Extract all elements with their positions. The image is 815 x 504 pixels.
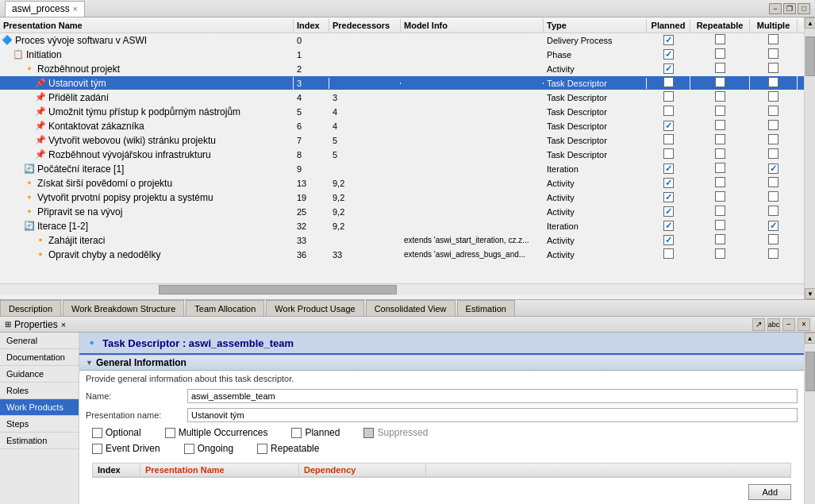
table-cell-checkbox[interactable] (768, 77, 778, 87)
cell-multiple[interactable] (750, 105, 798, 118)
table-cell-checkbox[interactable] (715, 91, 725, 102)
cell-repeatable[interactable] (690, 205, 750, 218)
prop-nav-guidance[interactable]: Guidance (0, 366, 79, 383)
prop-nav-steps[interactable]: Steps (0, 416, 79, 433)
table-cell-checkbox[interactable] (715, 34, 725, 44)
scroll-track[interactable] (805, 29, 815, 288)
table-cell-checkbox[interactable] (663, 235, 674, 245)
table-row[interactable]: 🔸 Zahájit iteraci 33 extends 'aswi_start… (0, 233, 804, 248)
cell-planned[interactable] (647, 248, 690, 261)
cell-repeatable[interactable] (690, 48, 750, 61)
table-cell-checkbox[interactable] (715, 48, 725, 59)
suppressed-checkbox[interactable] (363, 428, 374, 438)
table-cell-checkbox[interactable] (663, 148, 674, 159)
cell-planned[interactable] (647, 48, 690, 60)
table-cell-checkbox[interactable] (663, 134, 674, 144)
add-button[interactable]: Add (748, 484, 791, 500)
cell-repeatable[interactable] (690, 248, 750, 261)
cell-repeatable[interactable] (690, 219, 750, 233)
cell-planned[interactable] (647, 206, 690, 217)
table-cell-checkbox[interactable] (663, 206, 674, 217)
scroll-up-arrow[interactable]: ▲ (805, 17, 815, 29)
table-row[interactable]: 📋 Initiation 1 Phase (0, 48, 804, 62)
table-cell-checkbox[interactable] (663, 91, 674, 102)
cell-multiple[interactable] (750, 148, 798, 161)
table-row[interactable]: 📌 Přidělit zadání 4 3 Task Descriptor (0, 90, 804, 105)
table-cell-checkbox[interactable] (768, 248, 778, 259)
cell-planned[interactable] (647, 148, 690, 161)
cell-planned[interactable] (647, 220, 690, 232)
table-cell-checkbox[interactable] (768, 221, 778, 231)
table-cell-checkbox[interactable] (715, 206, 725, 216)
prop-nav-general[interactable]: General (0, 333, 79, 349)
table-cell-checkbox[interactable] (715, 191, 725, 202)
table-cell-checkbox[interactable] (768, 148, 778, 159)
table-cell-checkbox[interactable] (715, 63, 725, 73)
table-body[interactable]: 🔷 Proces vývoje softwaru v ASWI 0 Delive… (0, 33, 804, 283)
cell-planned[interactable] (647, 76, 690, 90)
cell-planned[interactable] (647, 90, 690, 104)
table-row[interactable]: 🔸 Opravit chyby a nedodělky 36 33 extend… (0, 248, 804, 262)
table-cell-checkbox[interactable] (715, 220, 725, 230)
cell-repeatable[interactable] (690, 62, 750, 75)
editor-tab[interactable]: aswi_process × (5, 1, 85, 17)
table-cell-checkbox[interactable] (768, 120, 778, 130)
cell-planned[interactable] (647, 133, 690, 147)
cell-multiple[interactable] (750, 90, 798, 104)
table-cell-checkbox[interactable] (715, 134, 725, 144)
cell-repeatable[interactable] (690, 105, 750, 118)
cell-planned[interactable] (647, 163, 690, 175)
cell-multiple[interactable] (750, 33, 798, 47)
tab-team-allocation[interactable]: Team Allocation (186, 300, 264, 316)
cell-repeatable[interactable] (690, 133, 750, 147)
cell-multiple[interactable] (750, 190, 798, 204)
table-cell-checkbox[interactable] (768, 234, 778, 244)
cell-repeatable[interactable] (690, 190, 750, 204)
h-scroll-thumb[interactable] (159, 285, 397, 294)
cell-planned[interactable] (647, 191, 690, 203)
cell-repeatable[interactable] (690, 90, 750, 104)
table-cell-checkbox[interactable] (768, 48, 778, 59)
table-row[interactable]: 🔷 Proces vývoje softwaru v ASWI 0 Delive… (0, 33, 804, 48)
cell-multiple[interactable] (750, 163, 798, 175)
table-row[interactable]: 🔸 Připravit se na vývoj 25 9,2 Activity (0, 205, 804, 219)
prop-icon-minimize[interactable]: − (782, 318, 795, 331)
prop-nav-roles[interactable]: Roles (0, 383, 79, 399)
table-cell-checkbox[interactable] (715, 177, 725, 187)
maximize-button[interactable]: □ (798, 3, 810, 14)
event-driven-checkbox[interactable] (92, 444, 102, 454)
cell-planned[interactable] (647, 177, 690, 189)
pres-name-input[interactable] (187, 408, 798, 422)
table-cell-checkbox[interactable] (768, 34, 778, 44)
table-cell-checkbox[interactable] (663, 164, 674, 174)
cell-repeatable[interactable] (690, 162, 750, 175)
table-cell-checkbox[interactable] (715, 106, 725, 116)
cell-planned[interactable] (647, 63, 690, 75)
tab-work-breakdown-structure[interactable]: Work Breakdown Structure (63, 300, 184, 316)
prop-icon-close[interactable]: × (798, 318, 810, 331)
prop-nav-documentation[interactable]: Documentation (0, 349, 79, 366)
table-cell-checkbox[interactable] (768, 106, 778, 116)
cell-multiple[interactable] (750, 48, 798, 61)
scroll-thumb[interactable] (805, 37, 815, 76)
table-row[interactable]: 📌 Umožnit týmu přístup k podpůrným nástr… (0, 105, 804, 119)
ongoing-checkbox[interactable] (184, 444, 194, 454)
cell-multiple[interactable] (750, 248, 798, 261)
table-row[interactable]: 📌 Kontaktovat zákazníka 6 4 Task Descrip… (0, 119, 804, 133)
cell-planned[interactable] (647, 234, 690, 246)
cell-repeatable[interactable] (690, 33, 750, 47)
table-cell-checkbox[interactable] (768, 134, 778, 144)
table-cell-checkbox[interactable] (768, 164, 778, 174)
table-cell-checkbox[interactable] (715, 163, 725, 173)
cell-multiple[interactable] (750, 133, 798, 147)
cell-planned[interactable] (647, 105, 690, 118)
cell-multiple[interactable] (750, 176, 798, 190)
table-cell-checkbox[interactable] (768, 177, 778, 187)
tab-work-product-usage[interactable]: Work Product Usage (266, 300, 363, 316)
table-row[interactable]: 📌 Ustanovit tým 3 Task Descriptor (0, 76, 804, 90)
table-cell-checkbox[interactable] (715, 77, 725, 87)
minimize-button[interactable]: − (769, 3, 782, 14)
table-cell-checkbox[interactable] (663, 77, 674, 87)
prop-icon-abc[interactable]: abc (767, 318, 780, 331)
name-input[interactable] (187, 389, 798, 403)
